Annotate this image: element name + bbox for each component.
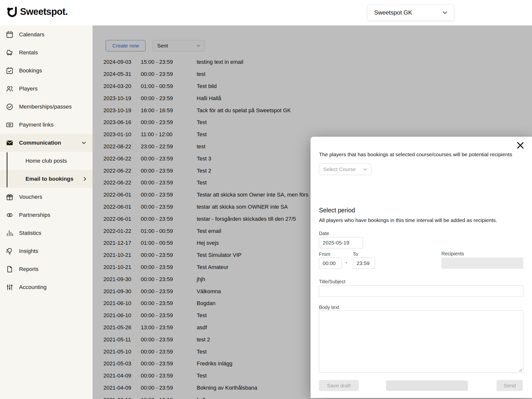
resize-handle-icon[interactable] — [519, 368, 523, 372]
sidebar-item-label: Payment links — [19, 122, 54, 128]
course-select-placeholder: Select Course — [323, 166, 356, 172]
calendar-icon — [6, 31, 14, 39]
recipients-field[interactable] — [441, 258, 523, 269]
sidebar-item-payment-links[interactable]: Payment links — [0, 116, 93, 134]
sidebar-item-label: Insights — [19, 248, 38, 254]
lightbulb-icon — [6, 247, 14, 255]
sidebar-item-label: Players — [19, 86, 38, 92]
sweetspot-logo-icon — [7, 7, 17, 17]
sidebar-item-label: Partnerships — [19, 212, 50, 218]
sidebar-item-label: Reports — [19, 266, 39, 272]
sidebar-item-label: Bookings — [19, 67, 42, 74]
sidebar-item-players[interactable]: Players — [0, 80, 93, 98]
chevron-right-icon — [82, 176, 88, 182]
sweetspot-app: Sweetspot. Sweetspot GK Calendars Rental… — [0, 0, 532, 399]
chevron-down-icon — [362, 166, 368, 172]
select-period-title: Select period — [319, 207, 355, 214]
sweetspot-logo: Sweetspot. — [7, 6, 68, 17]
club-selector-value: Sweetspot GK — [374, 9, 412, 16]
select-period-description: All players who have bookings in this ti… — [319, 217, 497, 223]
title-subject-label: Title/Subject — [319, 279, 345, 285]
save-draft-button[interactable]: Save draft — [319, 380, 359, 391]
topbar: Sweetspot. Sweetspot GK — [0, 0, 532, 25]
golf-cart-icon — [6, 49, 14, 57]
sidebar-item-label: Vouchers — [19, 194, 42, 200]
sidebar-item-label: Communication — [19, 140, 61, 146]
sidebar-item-label: Calendars — [19, 31, 45, 38]
sidebar-item-home-club-posts[interactable]: Home club posts — [0, 152, 93, 170]
from-label: From — [319, 251, 330, 257]
sidebar-item-rentals[interactable]: Rentals — [0, 44, 93, 62]
chevron-down-icon — [81, 140, 87, 146]
sidebar-item-vouchers[interactable]: Vouchers — [0, 188, 93, 206]
body-text-input[interactable] — [319, 310, 523, 373]
sidebar-item-insights[interactable]: Insights — [0, 242, 93, 260]
sidebar-item-calendars[interactable]: Calendars — [0, 25, 93, 44]
to-label: To — [353, 251, 358, 257]
sidebar-item-partnerships[interactable]: Partnerships — [0, 206, 93, 224]
gift-icon — [6, 193, 14, 201]
communication-submenu: Home club posts Email to bookings — [0, 152, 93, 188]
calendar-check-icon — [6, 67, 14, 75]
email-compose-modal: The players that has bookings at selecte… — [311, 137, 532, 398]
badge-check-icon — [6, 103, 14, 111]
club-selector[interactable]: Sweetspot GK — [367, 5, 454, 21]
close-icon[interactable] — [516, 141, 525, 150]
submenu-indent-line — [7, 152, 7, 187]
handshake-icon — [6, 211, 14, 219]
from-time-input[interactable] — [319, 258, 342, 269]
logo-text: Sweetspot. — [20, 6, 68, 17]
time-range-separator: - — [345, 259, 347, 266]
banknote-icon — [6, 121, 14, 129]
envelope-icon — [6, 139, 14, 147]
sidebar-item-accounting[interactable]: Accounting — [0, 278, 93, 296]
sliders-icon — [6, 283, 14, 291]
sidebar-item-label: Email to bookings — [25, 176, 73, 182]
sidebar: Calendars Rentals Bookings Players Membe — [0, 25, 93, 399]
title-subject-input[interactable] — [319, 285, 523, 297]
body-text-label: Body text — [319, 305, 339, 310]
sidebar-item-label: Memberships/passes — [19, 104, 72, 110]
people-icon — [6, 85, 14, 93]
sidebar-item-communication[interactable]: Communication — [0, 134, 93, 152]
sidebar-item-label: Rentals — [19, 49, 38, 56]
sidebar-item-label: Accounting — [19, 284, 47, 290]
course-select[interactable]: Select Course — [319, 164, 371, 175]
sidebar-item-statistics[interactable]: Statistics — [0, 224, 93, 242]
sidebar-item-memberships[interactable]: Memberships/passes — [0, 98, 93, 116]
document-icon — [6, 265, 14, 273]
sidebar-item-label: Statistics — [19, 230, 41, 236]
date-input[interactable] — [319, 237, 363, 248]
recipients-info-text: The players that has bookings at selecte… — [319, 152, 512, 157]
sidebar-item-email-to-bookings[interactable]: Email to bookings — [0, 170, 93, 188]
bar-chart-icon — [6, 229, 14, 237]
date-label: Date — [319, 231, 329, 236]
to-time-input[interactable] — [353, 258, 375, 269]
sidebar-item-label: Home club posts — [25, 158, 67, 164]
sidebar-item-bookings[interactable]: Bookings — [0, 62, 93, 80]
schedule-field[interactable] — [386, 380, 468, 391]
recipients-label: Recipients — [441, 251, 464, 257]
send-button[interactable]: Send — [497, 380, 523, 391]
sidebar-item-reports[interactable]: Reports — [0, 260, 93, 278]
chevron-down-icon — [441, 9, 448, 16]
body-text-wrapper — [319, 310, 523, 373]
